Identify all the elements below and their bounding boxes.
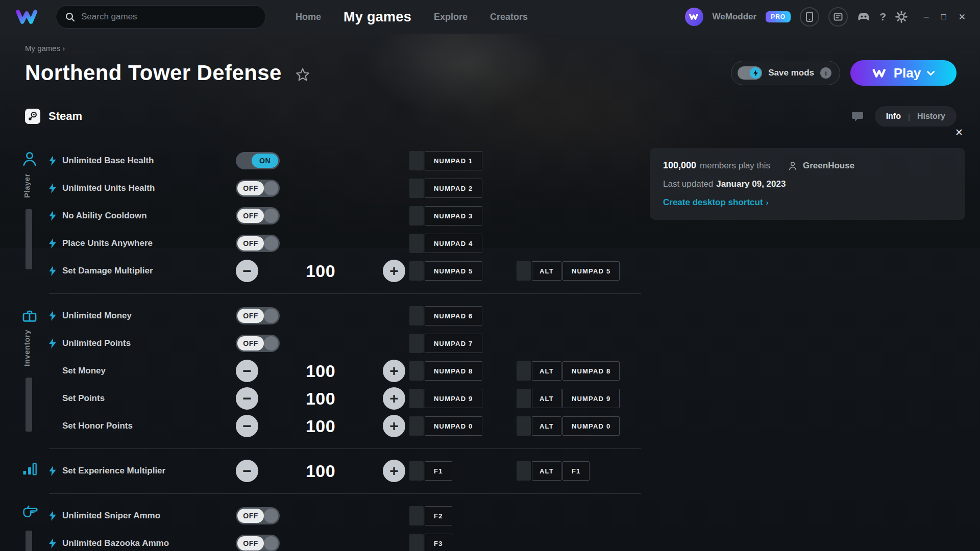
hotkey-edit-square[interactable]	[517, 361, 531, 381]
chat-icon[interactable]	[851, 111, 864, 122]
search-input[interactable]: Search games	[56, 5, 266, 29]
hotkey-edit-square[interactable]	[409, 361, 424, 381]
favorite-star-icon[interactable]	[295, 67, 310, 82]
minimize-button[interactable]: –	[924, 12, 928, 22]
mod-toggle[interactable]: OFF	[236, 207, 280, 224]
hotkey-edit-square[interactable]	[409, 416, 424, 436]
hotkey-edit-square[interactable]	[409, 151, 424, 170]
user-avatar[interactable]	[685, 8, 703, 26]
hotkey-edit-square[interactable]	[517, 261, 531, 281]
weapons-hand-icon[interactable]	[21, 502, 39, 518]
mod-toggle[interactable]: OFF	[236, 307, 280, 324]
hotkey-edit-square[interactable]	[517, 416, 531, 436]
username[interactable]: WeModder	[713, 12, 757, 22]
play-button[interactable]: Play	[850, 60, 957, 86]
hotkey-binding: NUMPAD 3	[409, 206, 517, 226]
maximize-button[interactable]: □	[941, 12, 946, 22]
hotkey-keycap[interactable]: F1	[425, 461, 452, 481]
nav-creators[interactable]: Creators	[490, 12, 528, 22]
hotkey-edit-square[interactable]	[409, 206, 424, 226]
increment-button[interactable]: +	[383, 460, 405, 482]
hotkey-edit-square[interactable]	[409, 261, 424, 281]
hotkey-edit-square[interactable]	[409, 534, 424, 551]
hotkey-edit-square[interactable]	[409, 179, 424, 198]
decrement-button[interactable]: −	[236, 415, 258, 437]
value-stepper: − 100 +	[236, 460, 405, 482]
tab-info[interactable]: Info	[886, 112, 901, 121]
decrement-button[interactable]: −	[236, 460, 258, 482]
bolt-icon	[49, 238, 62, 248]
hotkey-edit-square[interactable]	[517, 461, 531, 481]
mod-toggle[interactable]: OFF	[236, 180, 280, 197]
save-mods-switch[interactable]	[738, 66, 762, 80]
hotkey-keycap[interactable]: NUMPAD 7	[425, 334, 482, 353]
wemod-logo-icon[interactable]	[16, 8, 40, 26]
mod-row: Unlimited Bazooka Ammo OFF F3	[49, 530, 641, 551]
card-close-icon[interactable]: ✕	[955, 127, 963, 138]
increment-button[interactable]: +	[383, 360, 405, 382]
hotkey-keycap[interactable]: NUMPAD 9	[425, 389, 482, 408]
settings-gear-icon[interactable]	[895, 11, 908, 23]
bolt-icon	[49, 338, 62, 348]
hotkey-modifier[interactable]: ALT	[532, 461, 561, 481]
stats-section-icon[interactable]	[21, 461, 38, 477]
hotkey-edit-square[interactable]	[409, 306, 424, 325]
hotkey-modifier[interactable]: ALT	[532, 261, 561, 281]
hotkey-keycap[interactable]: F2	[425, 506, 452, 525]
increment-button[interactable]: +	[383, 260, 405, 282]
help-icon[interactable]: ?	[879, 11, 886, 23]
discord-icon[interactable]	[857, 12, 870, 22]
mod-toggle[interactable]: OFF	[236, 235, 280, 252]
decrement-button[interactable]: −	[236, 387, 258, 410]
hotkey-keycap[interactable]: NUMPAD 5	[562, 261, 620, 281]
mod-toggle[interactable]: OFF	[236, 335, 280, 352]
hotkey-edit-square[interactable]	[409, 506, 424, 525]
hotkey-keycap[interactable]: NUMPAD 8	[562, 361, 620, 381]
hotkey-edit-square[interactable]	[517, 389, 531, 408]
hotkey-edit-square[interactable]	[409, 461, 424, 481]
info-icon[interactable]: i	[820, 67, 831, 79]
close-button[interactable]: ✕	[959, 12, 966, 22]
hotkey-keycap[interactable]: NUMPAD 2	[425, 179, 482, 198]
create-shortcut-link[interactable]: Create desktop shortcut›	[663, 197, 952, 208]
hotkey-modifier[interactable]: ALT	[532, 416, 561, 436]
creator[interactable]: GreenHouse	[788, 161, 854, 171]
hotkey-keycap[interactable]: NUMPAD 1	[425, 151, 482, 170]
rail-scroll-indicator[interactable]	[26, 209, 32, 269]
mod-toggle[interactable]: OFF	[236, 507, 280, 524]
nav-home[interactable]: Home	[296, 12, 321, 22]
nav-my-games[interactable]: My games	[344, 9, 411, 25]
increment-button[interactable]: +	[383, 415, 405, 437]
hotkey-keycap[interactable]: NUMPAD 3	[425, 206, 482, 226]
hotkey-keycap[interactable]: NUMPAD 4	[425, 234, 482, 253]
hotkey-keycap[interactable]: NUMPAD 0	[425, 416, 482, 436]
player-section-icon[interactable]	[21, 151, 38, 167]
hotkey-keycap[interactable]: NUMPAD 5	[425, 261, 482, 281]
hotkey-edit-square[interactable]	[409, 389, 424, 408]
hotkey-keycap[interactable]: NUMPAD 6	[425, 306, 482, 325]
hotkey-keycap[interactable]: F1	[562, 461, 590, 481]
hotkey-edit-square[interactable]	[409, 234, 424, 253]
hotkey-keycap[interactable]: NUMPAD 9	[562, 389, 620, 408]
remote-phone-icon[interactable]	[800, 7, 819, 27]
nav-explore[interactable]: Explore	[434, 12, 468, 22]
hotkey-edit-square[interactable]	[409, 334, 424, 353]
decrement-button[interactable]: −	[236, 360, 258, 382]
hotkey-keycap[interactable]: NUMPAD 8	[425, 361, 482, 381]
tab-history[interactable]: History	[917, 112, 945, 121]
mod-toggle[interactable]: ON	[236, 152, 280, 169]
hotkey-modifier[interactable]: ALT	[532, 389, 561, 408]
hotkey-keycap[interactable]: F3	[425, 534, 452, 551]
rail-scroll-indicator[interactable]	[26, 378, 32, 432]
hotkey-modifier[interactable]: ALT	[532, 361, 561, 381]
save-mods-toggle[interactable]: Save mods i	[731, 61, 840, 85]
rail-scroll-indicator[interactable]	[26, 531, 32, 551]
hotkey-keycap[interactable]: NUMPAD 0	[562, 416, 620, 436]
breadcrumb[interactable]: My games ›	[25, 44, 65, 53]
pro-badge[interactable]: PRO	[766, 11, 791, 22]
inventory-section-icon[interactable]	[21, 308, 38, 324]
decrement-button[interactable]: −	[236, 260, 258, 282]
increment-button[interactable]: +	[383, 387, 405, 410]
mod-toggle[interactable]: OFF	[236, 535, 280, 551]
cheats-card-icon[interactable]	[828, 7, 848, 27]
